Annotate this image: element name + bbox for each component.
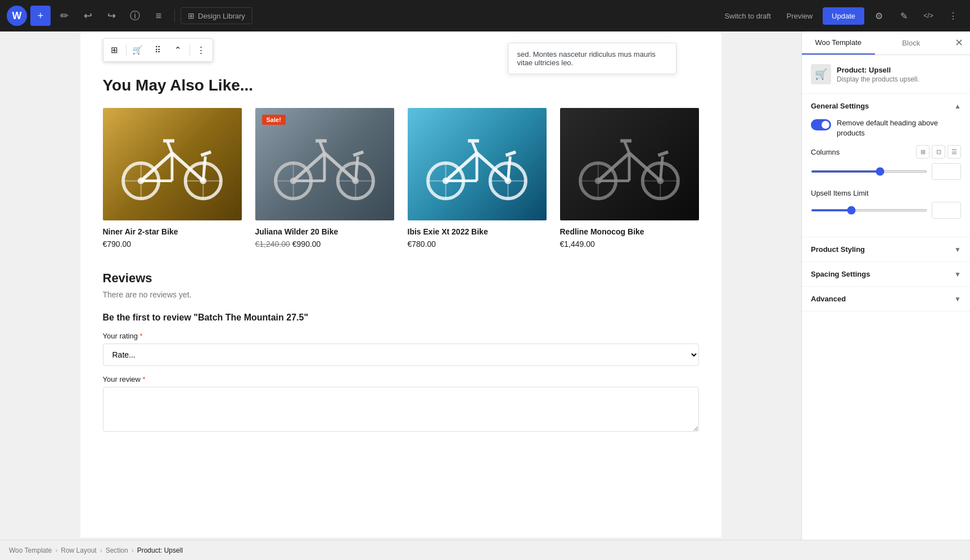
tooltip-text: sed. Montes nascetur ridiculus mus mauri… [517, 50, 656, 67]
breadcrumb-bar: Woo Template › Row Layout › Section › Pr… [0, 540, 970, 560]
no-reviews-text: There are no reviews yet. [103, 290, 699, 299]
product-card: Niner Air 2-star Bike €790.00 [103, 108, 242, 249]
toolbar-divider [174, 9, 175, 22]
tab-woo-template[interactable]: Woo Template [802, 31, 875, 55]
product-card: Sale! [255, 108, 394, 249]
review-textarea[interactable] [103, 387, 699, 432]
tooltip-box: sed. Montes nascetur ridiculus mus mauri… [508, 43, 676, 74]
tab-block[interactable]: Block [875, 31, 948, 55]
product-styling-chevron: ▼ [954, 246, 961, 254]
spacing-settings-label: Spacing Settings [811, 270, 870, 278]
main-area: ⊞ 🛒 ⠿ ⌃ ⋮ sed. Montes nascetur ridiculus… [0, 31, 970, 540]
svg-line-41 [477, 153, 508, 180]
columns-icons: ⊞ ⊡ ☰ [916, 145, 961, 159]
upsell-limit-slider-row: ▲ ▼ [811, 202, 961, 219]
info-button[interactable]: ⓘ [125, 6, 145, 26]
add-block-button[interactable]: + [30, 6, 51, 26]
breadcrumb-woo-template[interactable]: Woo Template [9, 547, 52, 554]
breadcrumb-section[interactable]: Section [106, 547, 128, 554]
svg-line-28 [320, 142, 324, 153]
preview-button[interactable]: Preview [781, 8, 818, 24]
products-grid: Niner Air 2-star Bike €790.00 Sale! [103, 108, 699, 249]
toolbar-right: Switch to draft Preview Update ⚙ ✎ </> ⋮ [719, 6, 963, 26]
wp-logo[interactable]: W [7, 6, 27, 26]
switch-draft-button[interactable]: Switch to draft [719, 8, 776, 24]
reviews-section: Reviews There are no reviews yet. Be the… [103, 271, 699, 434]
block-toolbar-divider [126, 44, 127, 56]
remove-heading-toggle[interactable] [811, 119, 831, 130]
product-image [560, 108, 699, 220]
product-image: Sale! [255, 108, 394, 220]
product-card: Ibis Exie Xt 2022 Bike €780.00 [408, 108, 547, 249]
bike-svg [421, 119, 533, 209]
svg-line-15 [201, 152, 211, 155]
update-button[interactable]: Update [823, 7, 864, 25]
advanced-header[interactable]: Advanced ▼ [802, 287, 970, 311]
product-price: €780.00 [408, 240, 547, 249]
code-button[interactable]: </> [918, 6, 939, 26]
redo-button[interactable]: ↪ [101, 6, 121, 26]
product-name: Juliana Wilder 20 Bike [255, 227, 394, 236]
product-price: €1,240.00€990.00 [255, 240, 394, 249]
block-more-options[interactable]: ⋮ [192, 41, 210, 59]
upsell-limit-value-input[interactable] [932, 202, 961, 218]
general-settings-label: General Settings [811, 102, 869, 110]
svg-line-40 [446, 153, 477, 180]
svg-line-63 [658, 152, 668, 155]
svg-line-25 [324, 153, 355, 180]
drag-handle[interactable]: ⠿ [149, 41, 167, 59]
upsell-limit-spinner: ▲ ▼ [932, 202, 961, 219]
upsell-limit-slider[interactable] [811, 209, 927, 211]
breadcrumb-sep-1: › [55, 547, 57, 554]
design-library-label: Design Library [198, 12, 245, 20]
toggle-label: Remove default heading above products [837, 118, 961, 138]
product-name: Ibis Exie Xt 2022 Bike [408, 227, 547, 236]
general-settings-chevron: ▲ [954, 102, 961, 110]
move-up-button[interactable]: ⌃ [169, 41, 187, 59]
svg-line-31 [353, 152, 363, 155]
columns-spinner: ▲ ▼ [932, 163, 961, 180]
more-options-button[interactable]: ⋮ [943, 6, 963, 26]
columns-label: Columns [811, 148, 840, 156]
undo-button[interactable]: ↩ [78, 6, 98, 26]
toggle-slider [811, 119, 831, 130]
breadcrumb-row-layout[interactable]: Row Layout [61, 547, 96, 554]
svg-line-44 [472, 142, 477, 153]
code-icon: </> [923, 12, 933, 20]
edit-button[interactable]: ✎ [894, 6, 914, 26]
product-image [103, 108, 242, 220]
tools-button[interactable]: ✏ [54, 6, 74, 26]
columns-slider[interactable] [811, 170, 927, 173]
bike-svg [269, 119, 380, 209]
svg-line-62 [660, 156, 662, 180]
advanced-section: Advanced ▼ [802, 287, 970, 311]
columns-mobile-icon[interactable]: ☰ [948, 145, 961, 159]
block-type-button[interactable]: ⊞ [106, 41, 124, 59]
upsell-limit-label-row: Upsell Items Limit [811, 189, 961, 197]
columns-value-input[interactable] [932, 164, 961, 179]
columns-tablet-icon[interactable]: ⊡ [932, 145, 945, 159]
rating-select[interactable]: Rate... ★ (Poor) ★★ (Fair) ★★★ (Average)… [103, 344, 699, 366]
product-upsell-desc: Display the products upsell. [837, 75, 919, 83]
canvas-area: ⊞ 🛒 ⠿ ⌃ ⋮ sed. Montes nascetur ridiculus… [0, 31, 801, 540]
design-library-button[interactable]: ⊞ Design Library [181, 7, 252, 24]
product-name: Niner Air 2-star Bike [103, 227, 242, 236]
svg-line-24 [294, 153, 324, 180]
main-toolbar: W + ✏ ↩ ↪ ⓘ ≡ ⊞ Design Library Switch to… [0, 0, 970, 31]
cart-icon-button[interactable]: 🛒 [129, 41, 147, 59]
breadcrumb-current: Product: Upsell [137, 547, 183, 554]
sale-badge: Sale! [262, 115, 286, 125]
svg-line-8 [141, 153, 172, 180]
general-settings-header[interactable]: General Settings ▲ [802, 94, 970, 118]
product-styling-header[interactable]: Product Styling ▼ [802, 237, 970, 261]
columns-row: Columns ⊞ ⊡ ☰ ▲ ▼ [811, 145, 961, 180]
svg-line-14 [203, 156, 205, 180]
list-view-button[interactable]: ≡ [148, 6, 169, 26]
settings-button[interactable]: ⚙ [869, 6, 889, 26]
product-card: Redline Monocog Bike €1,449.00 [560, 108, 699, 249]
columns-desktop-icon[interactable]: ⊞ [916, 145, 930, 159]
spacing-settings-header[interactable]: Spacing Settings ▼ [802, 262, 970, 286]
advanced-chevron: ▼ [954, 295, 961, 303]
panel-close-button[interactable]: ✕ [948, 31, 970, 54]
section-heading: You May Also Like... [103, 76, 699, 94]
